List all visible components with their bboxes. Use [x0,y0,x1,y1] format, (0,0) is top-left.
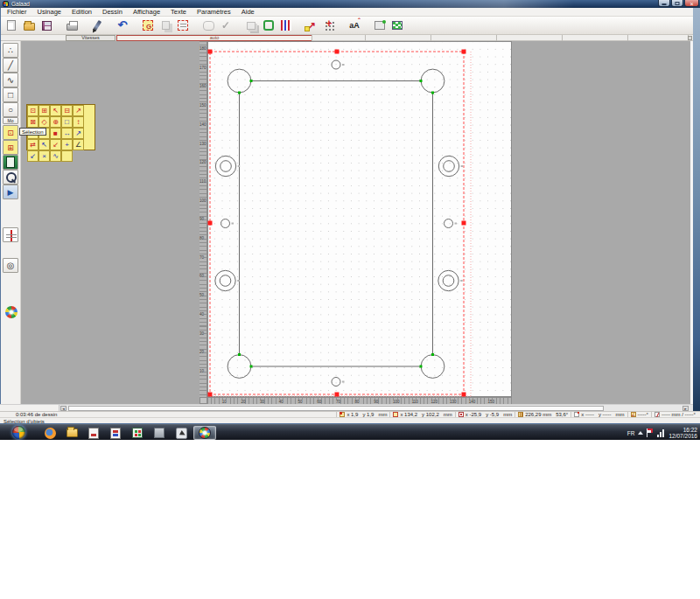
menu-texte[interactable]: Texte [165,8,192,17]
duplicate-red-button[interactable] [139,17,157,34]
new-document-button[interactable] [3,17,20,34]
exit-door-tool[interactable] [3,155,18,170]
palette-cell-14[interactable]: ↔ [61,128,73,139]
galaad-star[interactable] [5,306,18,318]
menu-fichier[interactable]: Fichier [2,8,32,17]
taskbar-item-explorer[interactable] [62,426,81,440]
menu-dessin[interactable]: Dessin [97,8,128,17]
palette-cell-22[interactable]: × [38,150,50,162]
color-bars-icon [281,20,291,31]
text-case-button[interactable]: aA [346,17,363,34]
toolbar-separator [234,17,242,34]
taskbar-item-app-doc-blue[interactable] [106,426,125,440]
network-icon[interactable] [657,429,665,437]
speeds-auto-field[interactable]: auto [116,35,312,41]
palette-cell-19[interactable]: + [61,139,73,150]
palette-cell-2[interactable]: ⊞ [38,105,50,116]
origin-gauge-tool[interactable]: ◎ [3,258,18,273]
taskbar-item-app-pointer[interactable] [172,426,191,440]
undo-button[interactable]: ↶ [114,17,131,34]
menu-paramtres[interactable]: Paramètres [192,8,236,17]
toolbar-separator [55,17,63,34]
palette-cell-9[interactable]: □ [61,116,73,128]
minimize-button[interactable] [658,0,670,7]
clock[interactable]: 16:22 12/07/2016 [668,427,697,439]
horizontal-scrollbar[interactable]: ◄ ► [0,404,693,411]
palette-cell-10[interactable]: ↕ [73,116,84,128]
engrave-check-button[interactable]: ✓ [217,17,234,34]
tool-position[interactable] [3,227,18,242]
corner-circle [421,69,444,93]
action-center-icon[interactable] [647,428,654,437]
open-file-button[interactable] [20,17,38,34]
curve-tool[interactable]: ∿ [3,73,18,87]
start-button[interactable] [12,426,25,439]
selection-zone-tool[interactable]: ⊞ [3,140,18,155]
vruler-label: 100 [200,199,206,203]
maximize-button[interactable] [671,0,683,7]
tangent-node-marker [431,353,434,356]
main-area: ∴╱∿□○Mo⊡⊞▶◎ 1801701601501401301201101009… [0,41,700,404]
close-button[interactable]: × [684,0,699,7]
menu-aide[interactable]: Aide [236,8,260,17]
speeds-spin-up[interactable] [688,36,692,40]
palette-cell-20[interactable]: ∠ [73,139,84,150]
palette-cell-5[interactable]: ↗ [73,105,84,116]
zoom-tool[interactable] [3,170,18,185]
menu-affichage[interactable]: Affichage [128,8,165,17]
flag-checker-button[interactable] [388,17,406,34]
point-tool[interactable]: ∴ [3,43,18,58]
speeds-segment-divider [562,35,563,41]
vruler-label: 110 [200,179,206,184]
palette-cell-24[interactable] [61,150,73,162]
palette-cell-16[interactable]: ⇄ [27,139,38,150]
palette-cell-6[interactable]: ⊠ [27,116,38,128]
palette-cell-21[interactable]: ↙ [27,150,38,162]
palette-cell-3[interactable]: ↖ [50,105,61,116]
grid-plus-icon [325,21,334,31]
palette-cell-13[interactable]: ■ [50,128,61,139]
window-border-right [693,8,700,423]
rectangle-tool[interactable]: □ [3,87,18,102]
selection-tool[interactable]: ⊡ [3,125,18,140]
layers-button[interactable] [242,17,260,34]
palette-cell-7[interactable]: ◇ [38,116,50,128]
taskbar-item-galaad[interactable] [193,426,216,440]
menu-edition[interactable]: Edition [66,8,97,17]
print-button[interactable] [63,17,80,34]
save-file-button[interactable] [38,17,55,34]
palette-cell-17[interactable]: ↖ [38,139,50,150]
speeds-bar: Vitesses auto [0,35,700,41]
move-point-button[interactable]: ↗ [303,17,320,34]
menu-usinage[interactable]: Usinage [32,8,67,17]
hidden-icons-button[interactable] [638,431,643,435]
blank-area [0,440,700,599]
palette-cell-4[interactable]: ⊟ [61,105,73,116]
palette-cell-15[interactable]: ↗ [73,128,84,139]
taskbar-item-app-doc-red[interactable] [84,426,103,440]
line-tool[interactable]: ╱ [3,58,18,73]
palette-cell-1[interactable]: ⊡ [27,105,38,116]
drawing-svg[interactable] [207,41,512,397]
palette-cell-18[interactable]: ↙ [50,139,61,150]
duplicate-gray-button[interactable] [157,17,174,34]
engrave-tool-button[interactable] [88,17,106,34]
mode-button[interactable]: Mo [3,117,18,124]
rounded-frame-button[interactable] [200,17,217,34]
color-bars-button[interactable] [277,17,295,34]
taskbar-item-app-grid[interactable] [128,426,147,440]
palette-cell-23[interactable]: ∿ [50,150,61,162]
grid-plus-button[interactable] [320,17,338,34]
taskbar-item-firefox[interactable] [40,426,60,440]
paste-contour-button[interactable] [174,17,192,34]
palette-cell-8[interactable]: ⊕ [50,116,61,128]
system-tray: FR 16:22 12/07/2016 [627,426,697,440]
language-indicator[interactable]: FR [627,430,635,436]
circle-tool[interactable]: ○ [3,102,18,117]
taskbar-item-app-gray[interactable] [150,426,169,440]
toolbar-separator [295,17,303,34]
window-marker-button[interactable] [371,17,388,34]
speeds-segment-divider [430,35,431,41]
pan-tool[interactable]: ▶ [3,185,18,199]
green-frame-button[interactable] [260,17,277,34]
